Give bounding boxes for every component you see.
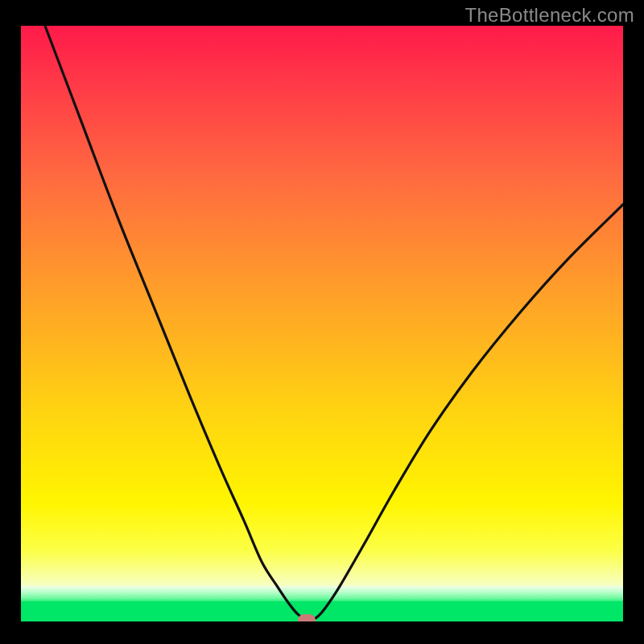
optimum-marker — [298, 614, 316, 621]
bottleneck-curve-path — [45, 26, 623, 620]
watermark-text: TheBottleneck.com — [464, 4, 634, 27]
plot-area — [21, 26, 623, 621]
curve-svg — [21, 26, 623, 621]
chart-frame: TheBottleneck.com — [0, 0, 644, 644]
